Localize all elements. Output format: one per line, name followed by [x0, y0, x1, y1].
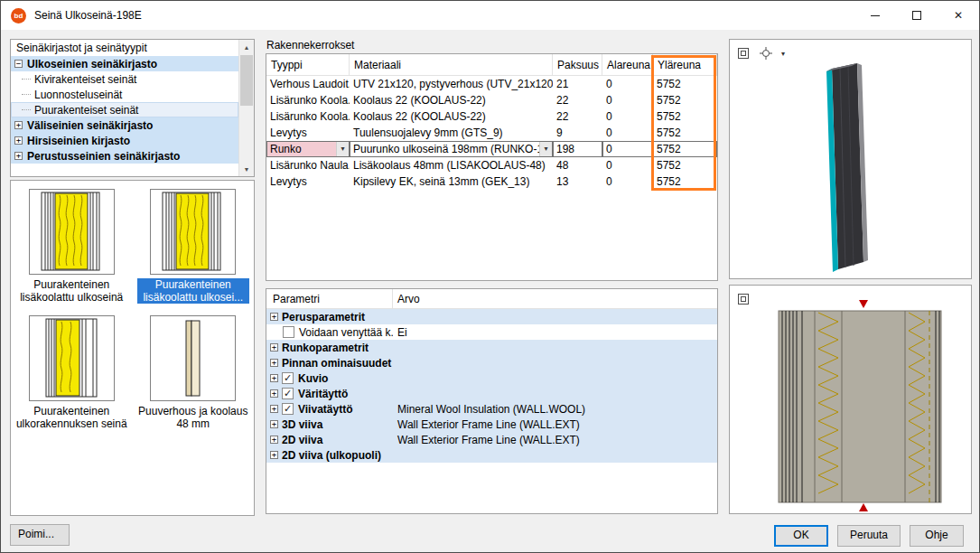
param-row-viivatäyttö[interactable]: +✓ViivatäyttöMineral Wool Insulation (WA… — [266, 401, 717, 417]
tree-item-kivirakenteiset-seinät[interactable]: Kivirakenteiset seinät — [11, 71, 238, 87]
expand-icon[interactable]: + — [14, 136, 23, 145]
layer-alareuna-edit[interactable]: 0 — [602, 141, 653, 157]
zoom-extents-2d-button[interactable] — [733, 289, 753, 309]
collapse-icon[interactable]: − — [14, 60, 23, 68]
tree-item-hirsiseinien-kirjasto[interactable]: +Hirsiseinien kirjasto — [11, 133, 238, 148]
column-header-yläreuna[interactable]: Yläreuna — [653, 54, 717, 75]
close-button[interactable]: ✕ — [938, 1, 979, 30]
layer-cell-tyyppi: Lisärunko Koola... — [266, 108, 350, 125]
maximize-icon — [912, 11, 921, 20]
column-header-tyyppi[interactable]: Tyyppi — [266, 54, 350, 75]
chevron-down-icon[interactable]: ▾ — [336, 142, 349, 156]
scrollbar-thumb[interactable] — [240, 55, 253, 106]
layer-row-levytys[interactable]: LevytysTuulensuojalevy 9mm (GTS_9)905752 — [266, 125, 717, 141]
scroll-up-icon[interactable]: ▲ — [239, 40, 254, 54]
tree-item-luonnosteluseinät[interactable]: Luonnosteluseinät — [11, 87, 238, 102]
expand-icon[interactable]: + — [270, 451, 278, 459]
layer-row-runko[interactable]: Runko▾Puurunko ulkoseinä 198mm (RUNKO-19… — [266, 141, 717, 157]
column-header-arvo[interactable]: Arvo — [393, 289, 717, 308]
param-row-pinnan-ominaisuudet[interactable]: +Pinnan ominaisuudet — [266, 355, 717, 370]
tree-item-label: Perustusseinien seinäkirjasto — [27, 150, 180, 163]
layer-cell-paksuus[interactable]: 198 — [553, 141, 602, 157]
expand-icon[interactable]: + — [14, 152, 23, 160]
expand-icon[interactable]: + — [270, 389, 278, 398]
param-label: 2D viiva — [282, 434, 322, 446]
expand-icon[interactable]: + — [270, 405, 278, 413]
wall-type-item-puurakenteinen-ulkorakennuksen-seinä[interactable]: Puurakenteinen ulkorakennuksen seinä — [11, 315, 133, 430]
wall-type-thumbnail — [29, 315, 115, 401]
scroll-down-icon[interactable]: ▼ — [239, 162, 254, 176]
preview-3d-panel[interactable]: ▾ — [729, 39, 972, 279]
tree-scrollbar[interactable]: ▲ ▼ — [238, 40, 254, 176]
pick-button[interactable]: Poimi... — [10, 524, 70, 546]
param-row-2d-viiva-ulkopuoli[interactable]: +2D viiva (ulkopuoli) — [266, 447, 717, 463]
chevron-down-icon[interactable]: ▾ — [539, 142, 552, 156]
layer-cell-ylareuna[interactable]: 5752 — [653, 141, 717, 157]
layer-cell-paksuus: 13 — [553, 173, 602, 190]
wall-type-item-puurakenteinen-lisäkoolattu-ulkosei[interactable]: Puurakenteinen lisäkoolattu ulkosei... — [133, 189, 255, 304]
wall-type-item-puuverhous-ja-koolaus-48-mm[interactable]: Puuverhous ja koolaus 48 mm — [133, 315, 255, 430]
titlebar: bd Seinä Ulkoseinä-198E ✕ — [1, 1, 979, 30]
wall-type-thumbnail — [150, 189, 236, 275]
param-row-perusparametrit[interactable]: +Perusparametrit — [266, 309, 717, 324]
layer-cell-paksuus: 9 — [553, 125, 602, 141]
param-row-3d-viiva[interactable]: +3D viivaWall Exterior Frame Line (WALL.… — [266, 417, 717, 432]
layer-row-lisärunko-naula[interactable]: Lisärunko Naula...Lisäkoolaus 48mm (LISA… — [266, 157, 717, 173]
tree-item-puurakenteiset-seinät[interactable]: Puurakenteiset seinät — [11, 102, 238, 117]
expand-icon[interactable]: + — [270, 359, 278, 367]
view-options-chevron-down-icon[interactable]: ▾ — [779, 50, 788, 58]
checkbox-checked[interactable]: ✓ — [282, 372, 294, 384]
preview-2d-panel[interactable] — [729, 285, 972, 514]
tree-item-label: Luonnosteluseinät — [34, 89, 122, 101]
layer-row-levytys[interactable]: LevytysKipsilevy EK, seinä 13mm (GEK_13)… — [266, 173, 717, 190]
checkbox-checked[interactable]: ✓ — [282, 403, 294, 415]
param-value: Mineral Wool Insulation (WALL.WOOL) — [393, 403, 717, 416]
layer-cell-alareuna: 0 — [602, 125, 653, 141]
param-row-kuvio[interactable]: +✓Kuvio — [266, 370, 717, 386]
layer-type-combobox[interactable]: Runko▾ — [266, 141, 350, 157]
cancel-button[interactable]: Peruuta — [837, 525, 901, 547]
param-row-voidaan-venyttää-k[interactable]: Voidaan venyttää k...Ei — [266, 324, 717, 340]
column-header-parametri[interactable]: Parametri — [266, 289, 393, 308]
wall-type-item-puurakenteinen-lisäkoolattu-ulkoseinä[interactable]: Puurakenteinen lisäkoolattu ulkoseinä — [11, 189, 133, 304]
column-header-materiaali[interactable]: Materiaali — [350, 54, 553, 75]
wall-3d-view[interactable] — [730, 40, 971, 278]
maximize-button[interactable] — [896, 1, 938, 30]
zoom-extents-button[interactable] — [733, 43, 753, 63]
column-header-paksuus[interactable]: Paksuus — [553, 54, 602, 75]
layer-ylareuna-edit[interactable]: 5752 — [653, 141, 717, 157]
layer-row-lisärunko-koola[interactable]: Lisärunko Koola...Koolaus 22 (KOOLAUS-22… — [266, 108, 717, 125]
param-row-väritäyttö[interactable]: +✓Väritäyttö — [266, 386, 717, 401]
layer-material-combobox[interactable]: Puurunko ulkoseinä 198mm (RUNKO-198)▾ — [350, 141, 553, 157]
column-header-alareuna[interactable]: Alareuna — [602, 54, 653, 75]
layer-paksuus-edit[interactable]: 198 — [553, 141, 602, 157]
wall-2d-section-view[interactable] — [730, 286, 971, 513]
tree-item-label: Kivirakenteiset seinät — [34, 73, 136, 86]
app-logo-icon: bd — [11, 8, 26, 23]
checkbox-unchecked[interactable] — [283, 326, 294, 338]
expand-icon[interactable]: + — [270, 374, 278, 382]
layer-row-lisärunko-koola[interactable]: Lisärunko Koola...Koolaus 22 (KOOLAUS-22… — [266, 92, 717, 108]
expand-icon[interactable]: + — [14, 121, 23, 129]
layer-cell-alareuna: 0 — [602, 76, 653, 92]
tree-item-perustusseinien-seinäkirjasto[interactable]: +Perustusseinien seinäkirjasto — [11, 148, 238, 164]
view-orbit-button[interactable] — [756, 43, 776, 63]
help-button[interactable]: Ohje — [910, 525, 964, 547]
expand-icon[interactable]: + — [270, 436, 278, 444]
minimize-button[interactable] — [854, 1, 896, 30]
expand-icon[interactable]: + — [270, 313, 278, 321]
ok-button[interactable]: OK — [774, 525, 828, 547]
layer-cell-tyyppi: Lisärunko Naula... — [266, 157, 350, 173]
wall-library-tree-panel: Seinäkirjastot ja seinätyypit −Ulkoseini… — [10, 39, 255, 177]
expand-icon[interactable]: + — [270, 420, 278, 428]
checkbox-checked[interactable]: ✓ — [282, 388, 294, 399]
tree-item-ulkoseinien-seinäkirjasto[interactable]: −Ulkoseinien seinäkirjasto — [11, 56, 238, 71]
layer-cell-alareuna[interactable]: 0 — [602, 141, 653, 157]
param-row-runkoparametrit[interactable]: +Runkoparametrit — [266, 340, 717, 355]
layer-cell-tyyppi[interactable]: Runko▾ — [266, 141, 350, 157]
layer-cell-materiaali[interactable]: Puurunko ulkoseinä 198mm (RUNKO-198)▾ — [350, 141, 553, 157]
expand-icon[interactable]: + — [270, 343, 278, 351]
param-row-2d-viiva[interactable]: +2D viivaWall Exterior Frame Line (WALL.… — [266, 432, 717, 447]
layer-row-verhous-laudoit[interactable]: Verhous Laudoit...UTV 21x120, pystyverho… — [266, 76, 717, 92]
tree-item-väliseinien-seinäkirjasto[interactable]: +Väliseinien seinäkirjasto — [11, 117, 238, 133]
